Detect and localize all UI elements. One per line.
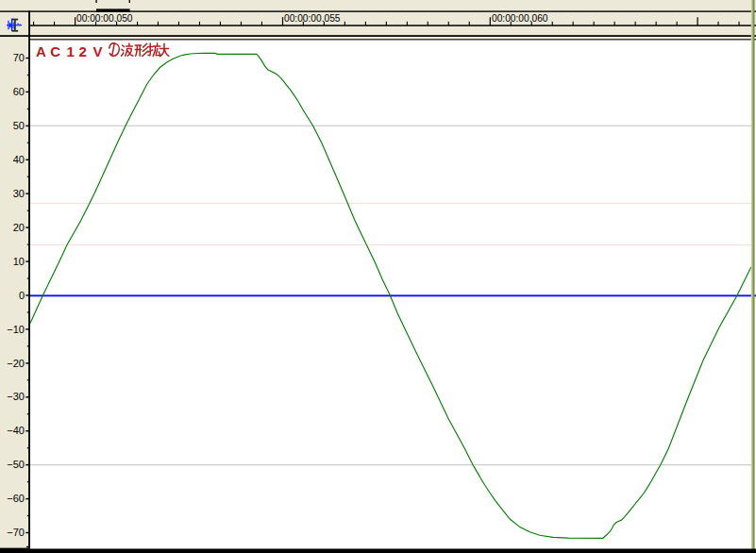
svg-text:10: 10 <box>13 256 25 267</box>
svg-text:00:00:00.050: 00:00:00.050 <box>76 13 133 24</box>
svg-text:2: 2 <box>78 43 86 59</box>
svg-text:30: 30 <box>13 188 25 199</box>
svg-text:−40: −40 <box>7 425 25 436</box>
svg-text:00:00:00.060: 00:00:00.060 <box>492 13 548 24</box>
svg-text:0: 0 <box>19 290 25 301</box>
svg-text:70: 70 <box>13 52 25 63</box>
svg-text:−10: −10 <box>7 324 25 335</box>
svg-text:−70: −70 <box>7 527 25 538</box>
svg-text:−60: −60 <box>7 493 25 504</box>
svg-text:1: 1 <box>67 43 75 59</box>
svg-text:−50: −50 <box>7 459 25 470</box>
svg-text:V: V <box>93 43 103 59</box>
svg-text:40: 40 <box>13 154 25 165</box>
svg-text:A: A <box>36 43 46 59</box>
svg-text:60: 60 <box>13 86 25 97</box>
svg-text:00:00:00.055: 00:00:00.055 <box>284 13 341 24</box>
svg-text:20: 20 <box>13 222 25 233</box>
svg-text:−20: −20 <box>7 358 25 369</box>
svg-text:50: 50 <box>13 120 25 131</box>
svg-text:−30: −30 <box>7 391 25 402</box>
svg-text:C: C <box>50 43 60 59</box>
